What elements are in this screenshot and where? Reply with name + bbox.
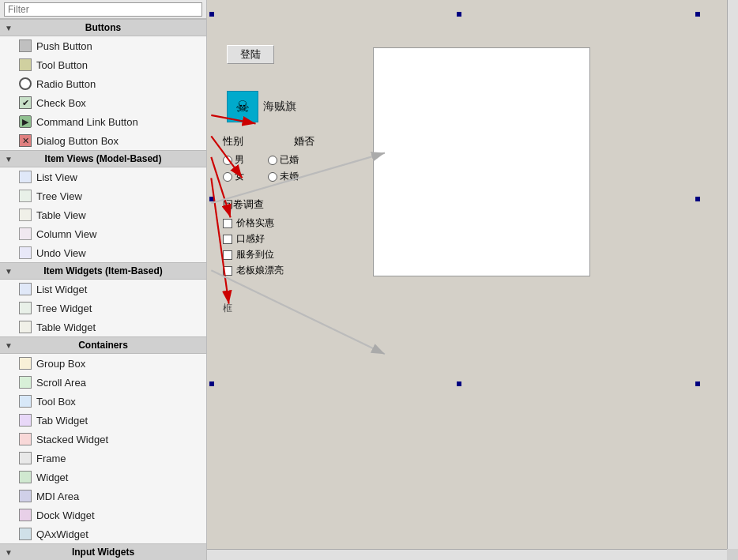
canvas-scroll-vertical[interactable] [727, 0, 738, 549]
radio-unmarried[interactable]: 未婚 [268, 170, 299, 183]
gender-header: 性别 [223, 134, 270, 148]
survey-check-1[interactable] [223, 235, 232, 244]
survey-check-2[interactable] [223, 250, 232, 260]
qax-widget-label: QAxWidget [36, 528, 88, 540]
pirate-icon: ☠ [227, 91, 258, 122]
canvas-scroll-horizontal[interactable] [207, 549, 727, 560]
tree-widget-label: Tree Widget [36, 303, 92, 314]
sidebar-item-tab-widget[interactable]: Tab Widget [0, 411, 206, 430]
section-label-input-widgets: Input Widgets [72, 547, 134, 558]
survey-item-2: 服务到位 [223, 248, 284, 261]
check-box-label: Check Box [36, 97, 86, 109]
undo-view-label: Undo View [36, 247, 86, 259]
section-input-widgets: ▼ Input Widgets [0, 543, 206, 560]
tree-widget-icon [19, 302, 32, 314]
svg-line-7 [211, 270, 385, 354]
main-canvas-area: 登陆 ☠ 海贼旗 性别 婚否 男 已婚 [207, 0, 738, 560]
sidebar-item-table-view[interactable]: Table View [0, 205, 206, 224]
stacked-widget-label: Stacked Widget [36, 434, 108, 445]
radio-unmarried-label: 未婚 [280, 170, 299, 183]
sidebar: ▼ Buttons Push Button Tool Button Radio … [0, 0, 207, 560]
handle-tm [457, 12, 461, 17]
radio-male-circle [223, 156, 232, 165]
sidebar-item-table-widget[interactable]: Table Widget [0, 318, 206, 336]
undo-view-icon [19, 246, 32, 259]
column-view-icon [19, 227, 32, 240]
sidebar-item-qax-widget[interactable]: QAxWidget [0, 524, 206, 543]
survey-label-0: 价格实惠 [236, 216, 274, 230]
section-arrow-buttons: ▼ [5, 24, 13, 32]
design-canvas[interactable]: 登陆 ☠ 海贼旗 性别 婚否 男 已婚 [207, 0, 727, 549]
radio-button-icon [19, 77, 32, 90]
radio-married[interactable]: 已婚 [268, 153, 299, 167]
section-item-widgets: ▼ Item Widgets (Item-Based) [0, 262, 206, 280]
handle-bl [209, 381, 214, 386]
survey-label-2: 服务到位 [236, 248, 274, 261]
login-button[interactable]: 登陆 [227, 45, 274, 64]
radio-married-label: 已婚 [280, 153, 299, 167]
survey-item-3: 老板娘漂亮 [223, 264, 284, 277]
list-view-label: List View [36, 171, 77, 183]
command-link-label: Command Link Button [36, 116, 138, 128]
radio-unmarried-circle [268, 172, 277, 182]
group-box-icon [19, 357, 32, 370]
scroll-area-label: Scroll Area [36, 377, 86, 389]
handle-mr [695, 197, 700, 201]
handle-tl [209, 12, 214, 17]
sidebar-item-mdi-area[interactable]: MDI Area [0, 487, 206, 506]
survey-title: 问卷调查 [223, 197, 284, 212]
dock-widget-label: Dock Widget [36, 509, 95, 521]
radio-female[interactable]: 女 [223, 170, 244, 183]
mdi-area-icon [19, 490, 32, 502]
sidebar-item-stacked-widget[interactable]: Stacked Widget [0, 430, 206, 449]
table-view-label: Table View [36, 209, 86, 221]
radio-row-1: 男 已婚 [223, 153, 381, 167]
handle-tr [695, 12, 700, 17]
sidebar-item-scroll-area[interactable]: Scroll Area [0, 373, 206, 392]
sidebar-item-radio-button[interactable]: Radio Button [0, 74, 206, 93]
radio-male[interactable]: 男 [223, 153, 244, 167]
handle-ml [209, 197, 214, 201]
frame-label-item: Frame [36, 453, 66, 464]
handle-br [695, 381, 700, 386]
survey-check-3[interactable] [223, 266, 232, 276]
sidebar-item-widget[interactable]: Widget [0, 468, 206, 487]
sidebar-scroll: ▼ Buttons Push Button Tool Button Radio … [0, 19, 206, 560]
radio-headers: 性别 婚否 [223, 134, 381, 148]
section-arrow-item-widgets: ▼ [5, 267, 13, 276]
sidebar-item-dock-widget[interactable]: Dock Widget [0, 506, 206, 524]
survey-check-0[interactable] [223, 219, 232, 228]
sidebar-item-list-widget[interactable]: List Widget [0, 280, 206, 299]
sidebar-item-tool-button[interactable]: Tool Button [0, 55, 206, 74]
sidebar-item-tree-view[interactable]: Tree View [0, 186, 206, 205]
sidebar-item-frame[interactable]: Frame [0, 449, 206, 468]
filter-input[interactable] [4, 2, 202, 17]
sidebar-item-tree-widget[interactable]: Tree Widget [0, 299, 206, 318]
table-widget-icon [19, 321, 32, 333]
check-box-icon: ✔ [19, 96, 32, 109]
survey-label-1: 口感好 [236, 232, 265, 246]
mdi-area-label: MDI Area [36, 490, 79, 502]
widget-label: Widget [36, 472, 68, 483]
list-widget-icon [19, 283, 32, 295]
widget-icon [19, 471, 32, 483]
push-button-label: Push Button [36, 40, 92, 52]
survey-item-0: 价格实惠 [223, 216, 284, 230]
sidebar-item-undo-view[interactable]: Undo View [0, 243, 206, 262]
sidebar-item-tool-box[interactable]: Tool Box [0, 392, 206, 411]
tool-button-icon [19, 58, 32, 71]
sidebar-item-command-link-button[interactable]: ▶ Command Link Button [0, 112, 206, 131]
group-box-label: Group Box [36, 358, 85, 370]
section-label-containers: Containers [78, 340, 128, 351]
tool-box-label: Tool Box [36, 396, 76, 408]
radio-button-label: Radio Button [36, 78, 96, 90]
sidebar-item-group-box[interactable]: Group Box [0, 354, 206, 373]
sidebar-item-check-box[interactable]: ✔ Check Box [0, 93, 206, 112]
sidebar-item-push-button[interactable]: Push Button [0, 36, 206, 55]
scroll-area-icon [19, 376, 32, 389]
survey-label-3: 老板娘漂亮 [236, 264, 284, 277]
sidebar-item-column-view[interactable]: Column View [0, 224, 206, 243]
section-arrow-item-views: ▼ [5, 155, 13, 163]
sidebar-item-dialog-button-box[interactable]: ✕ Dialog Button Box [0, 131, 206, 150]
sidebar-item-list-view[interactable]: List View [0, 167, 206, 186]
